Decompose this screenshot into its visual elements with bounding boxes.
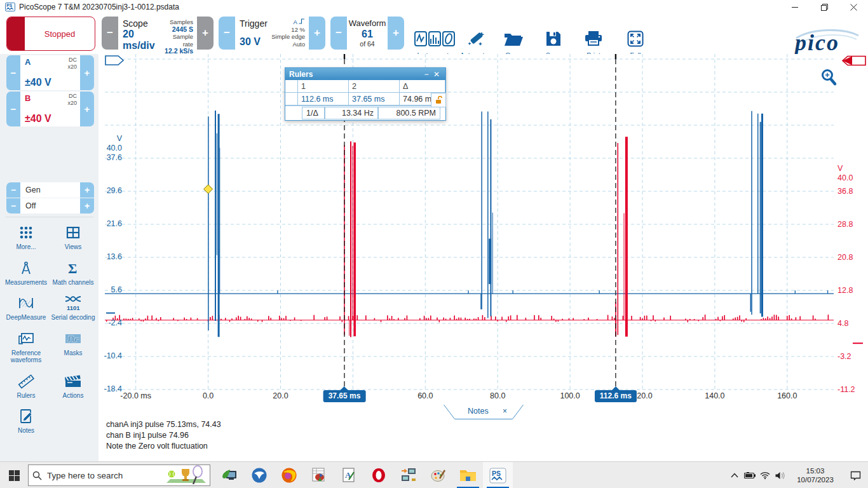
rulers-dialog-titlebar[interactable]: Rulers − ✕ (285, 68, 445, 80)
samples-value: 2445 S (164, 26, 193, 34)
taskbar-app-calc[interactable] (304, 462, 334, 488)
battery-icon[interactable] (742, 462, 757, 488)
gen-label[interactable]: Gen (20, 182, 80, 198)
taskbar-app-network[interactable] (393, 462, 423, 488)
sidebar-item-label: DeepMeasure (6, 314, 46, 322)
picoscope-window: PS PicoScope 7 T&M 20230705inj3-1-0012.p… (0, 0, 868, 488)
unlock-icon (435, 96, 442, 104)
deepmeasure-icon (18, 295, 34, 311)
timebase-value[interactable]: 20 ms/div (123, 29, 164, 51)
minimize-button[interactable] (780, 0, 810, 14)
rulers-close-button[interactable]: ✕ (431, 70, 442, 79)
time-axis: -20.0 ms0.020.060.080.0100.0120.0140.016… (0, 390, 868, 405)
gen-minus-button[interactable]: − (6, 182, 20, 198)
restore-button[interactable] (810, 0, 839, 14)
taskbar-app-explorer[interactable] (453, 462, 483, 488)
picoscope-app-icon: PS (5, 3, 15, 11)
open-folder-icon (503, 30, 524, 47)
sidebar-item-more[interactable]: More... (3, 219, 50, 255)
axis-a-tick: 29.6 (99, 186, 122, 195)
notes-panel: Notes × chanA inj3 pulse 75.13ms, 74.43 … (98, 405, 868, 461)
trigger-mode: Simple edge (271, 33, 305, 41)
note-line: chanA inj3 pulse 75.13ms, 74.43 (106, 419, 221, 430)
channel-b-minus-button[interactable]: − (6, 92, 20, 126)
waveform-plot[interactable] (98, 54, 868, 405)
time-ruler-badge[interactable]: 112.6 ms (595, 390, 637, 402)
scope-panel-title[interactable]: Scope (123, 18, 164, 29)
waveform-index[interactable]: 61 (362, 29, 373, 40)
taskbar-app-paint[interactable] (423, 462, 453, 488)
picoscope-icon: PS (489, 468, 506, 484)
trigger-panel-title[interactable]: Trigger (240, 18, 268, 29)
channel-a-plus-button[interactable]: + (80, 55, 94, 90)
svg-text:PS: PS (492, 470, 501, 477)
views-icon (65, 224, 81, 241)
inverse-delta-label: 1/Δ (302, 107, 325, 119)
ruler2-value: 37.65 ms (349, 93, 400, 105)
explorer-icon (459, 468, 477, 483)
trigger-level-marker[interactable] (204, 185, 213, 194)
taskbar-clock[interactable]: 15:03 10/07/2023 (792, 466, 839, 484)
start-stop-button[interactable]: Stopped (6, 17, 95, 51)
taskbar-app-firefox[interactable] (274, 462, 304, 488)
sidebar-item-notes[interactable]: Notes (3, 403, 50, 438)
svg-text:Σ: Σ (68, 261, 77, 276)
system-tray: 15:03 10/07/2023 (727, 462, 868, 488)
gen-off-minus-button[interactable]: − (6, 198, 20, 214)
network-icon (400, 467, 417, 484)
trigger-minus-button[interactable]: − (219, 17, 235, 50)
gen-plus-button[interactable]: + (80, 182, 94, 198)
sidebar-item-masks[interactable]: Masks (50, 325, 97, 368)
waveform-prev-button[interactable]: − (330, 17, 347, 50)
taskbar-app-picoscope[interactable]: PS (483, 462, 513, 488)
sidebar-item-views[interactable]: Views (50, 219, 97, 255)
sidebar-item-math[interactable]: ΣMath channels (50, 255, 97, 290)
action-center-icon[interactable] (843, 462, 868, 488)
tray-expand-chevron-icon[interactable] (727, 462, 742, 488)
axis-b-unit: V (837, 164, 867, 173)
channel-b-options[interactable]: B DCx20 ±40 V (20, 92, 80, 126)
search-doodle-tennis (166, 465, 206, 485)
taskbar-search-box[interactable]: Type here to search (28, 464, 210, 486)
gen-state[interactable]: Off (20, 198, 80, 214)
ruler-lock-button[interactable] (431, 93, 446, 107)
channel-a-minus-button[interactable]: − (6, 55, 20, 90)
clock-time: 15:03 (792, 466, 839, 475)
rulers-minimize-button[interactable]: − (421, 70, 431, 79)
taskbar-app-leaf-pc[interactable] (214, 462, 244, 488)
notes-text[interactable]: chanA inj3 pulse 75.13ms, 74.43 chan B i… (106, 419, 221, 452)
start-button[interactable] (0, 462, 28, 488)
axis-b-tick: 28.8 (837, 220, 867, 229)
notes-tab-close-icon[interactable]: × (503, 407, 507, 416)
ruler-col-delta: Δ (400, 80, 445, 93)
windows-logo-icon (9, 470, 20, 481)
ruler-col-1: 1 (298, 80, 349, 93)
opera-icon (370, 467, 387, 484)
trigger-level-value[interactable]: 30 V (240, 36, 268, 48)
scope-plus-button[interactable]: + (197, 17, 214, 50)
axis-b-tick: 40.0 (837, 173, 867, 182)
zoom-tool-icon[interactable] (823, 71, 836, 85)
trigger-plus-button[interactable]: + (309, 17, 325, 50)
note-line: chan B inj1 pulse 74.96 (106, 430, 221, 441)
taskbar-app-opera[interactable] (363, 462, 393, 488)
time-ruler-badge[interactable]: 37.65 ms (323, 390, 366, 402)
taskbar-app-writer[interactable]: A (334, 462, 363, 488)
sidebar-item-measurements[interactable]: Measurements (3, 255, 50, 290)
wifi-icon[interactable] (757, 462, 773, 488)
channel-b-plus-button[interactable]: + (80, 92, 94, 126)
sidebar-item-reference[interactable]: Reference waveforms (3, 325, 50, 368)
rulers-dialog[interactable]: Rulers − ✕ 1 2 Δ 112.6 ms 37.65 ms 74.96… (285, 67, 446, 121)
sidebar-item-deepmeasure[interactable]: DeepMeasure (3, 290, 50, 325)
svg-text:1101: 1101 (67, 304, 80, 311)
channel-a-options[interactable]: A DCx20 ±40 V (20, 55, 80, 90)
taskbar-app-thunderbird[interactable] (244, 462, 274, 488)
channel-b-panel: − B DCx20 ±40 V + (6, 92, 94, 126)
gen-off-plus-button[interactable]: + (80, 198, 94, 214)
notes-tab[interactable]: Notes × (444, 405, 524, 419)
sidebar-item-serial[interactable]: 1101Serial decoding (50, 290, 97, 325)
waveform-next-button[interactable]: + (388, 17, 404, 50)
volume-icon[interactable] (773, 462, 788, 488)
note-line: Note the Zero volt fluctuation (106, 441, 221, 452)
channel-a-panel: − A DCx20 ±40 V + (6, 55, 94, 90)
